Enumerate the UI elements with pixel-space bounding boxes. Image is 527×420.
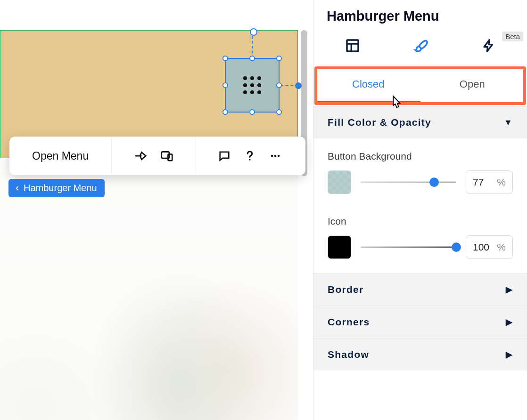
svg-point-3 [271, 155, 273, 157]
help-icon[interactable] [243, 149, 256, 162]
brush-icon[interactable] [413, 38, 428, 55]
tab-closed-label: Closed [352, 78, 384, 90]
button-background-opacity-input[interactable]: 77 % [466, 170, 513, 194]
icon-opacity-value: 100 [473, 242, 493, 253]
resize-handle-top-left[interactable] [222, 56, 228, 61]
beta-badge: Beta [502, 32, 523, 41]
resize-handle-bottom-left[interactable] [222, 109, 228, 115]
percent-unit: % [497, 242, 506, 253]
svg-point-4 [274, 155, 277, 157]
selection-guide-top [252, 31, 253, 58]
design-canvas[interactable]: Open Menu [0, 0, 313, 420]
icon-opacity-slider[interactable] [361, 246, 456, 248]
state-tabs-container: Closed Open [313, 67, 527, 106]
icon-opacity-input[interactable]: 100 % [466, 235, 513, 259]
stage-background-image [0, 158, 298, 420]
icon-color-swatch[interactable] [328, 235, 351, 259]
design-side-panel: Hamburger Menu Beta Closed Open Fill [313, 0, 527, 420]
comment-icon[interactable] [218, 149, 231, 162]
layout-icon[interactable] [345, 38, 360, 55]
section-fill-color-opacity: Fill Color & Opacity ▼ Button Background… [313, 106, 527, 273]
more-icon[interactable] [269, 149, 282, 162]
section-shadow-header[interactable]: Shadow ▶ [313, 339, 527, 371]
chevron-right-icon: ▶ [506, 349, 513, 360]
resize-handle-top-right[interactable] [276, 56, 282, 61]
devices-icon[interactable] [160, 149, 174, 163]
selection-guide-right [280, 85, 298, 86]
element-floating-toolbar: Open Menu [9, 137, 305, 175]
resize-handle-left[interactable] [222, 82, 228, 88]
section-shadow: Shadow ▶ [313, 338, 527, 371]
button-background-label: Button Background [328, 151, 513, 162]
pointer-cursor-icon [388, 95, 404, 113]
button-background-swatch[interactable] [328, 170, 351, 194]
tab-closed[interactable]: Closed [316, 67, 420, 103]
breadcrumb-label: Hamburger Menu [24, 183, 97, 194]
chevron-right-icon: ▶ [506, 317, 513, 327]
section-border: Border ▶ [313, 273, 527, 306]
resize-handle-top[interactable] [249, 56, 255, 61]
svg-point-5 [278, 155, 280, 157]
icon-color-label: Icon [328, 216, 513, 227]
section-fill-title: Fill Color & Opacity [328, 117, 431, 128]
panel-title: Hamburger Menu [313, 0, 527, 29]
open-menu-button[interactable]: Open Menu [9, 137, 112, 175]
section-shadow-title: Shadow [328, 349, 369, 360]
svg-point-2 [249, 159, 251, 161]
section-fill-header[interactable]: Fill Color & Opacity ▼ [313, 106, 527, 138]
section-corners-header[interactable]: Corners ▶ [313, 306, 527, 338]
panel-mode-tabs: Beta [313, 29, 527, 67]
chevron-right-icon: ▶ [506, 284, 513, 295]
button-background-opacity-value: 77 [473, 177, 493, 188]
selected-element-hamburger-menu[interactable] [225, 58, 280, 113]
percent-unit: % [497, 177, 506, 188]
tab-open-label: Open [460, 78, 485, 90]
section-corners-title: Corners [328, 316, 370, 328]
section-border-header[interactable]: Border ▶ [313, 274, 527, 306]
tab-open[interactable]: Open [420, 67, 525, 103]
chevron-down-icon: ▼ [504, 118, 513, 128]
resize-handle-bottom[interactable] [249, 109, 255, 115]
section-corners: Corners ▶ [313, 306, 527, 338]
open-menu-label: Open Menu [20, 150, 101, 162]
svg-rect-1 [168, 154, 173, 161]
bolt-icon[interactable] [482, 39, 496, 55]
hamburger-dots-icon [243, 76, 261, 94]
svg-rect-6 [347, 40, 358, 51]
button-background-opacity-slider[interactable] [361, 181, 456, 183]
section-border-title: Border [328, 284, 363, 295]
breadcrumb-chip[interactable]: Hamburger Menu [8, 179, 105, 197]
resize-handle-right[interactable] [276, 82, 282, 88]
animate-icon[interactable] [133, 149, 148, 163]
chevron-left-icon [14, 185, 21, 192]
resize-handle-bottom-right[interactable] [276, 109, 282, 115]
